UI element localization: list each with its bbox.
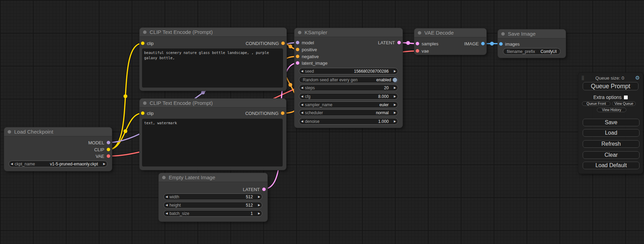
clip-slot-dot[interactable] (141, 111, 144, 115)
node-title-bar[interactable]: Empty Latent Image (159, 173, 267, 182)
node-title-bar[interactable]: CLIP Text Encode (Prompt) (140, 99, 286, 108)
node-empty-latent-image[interactable]: Empty Latent Image LATENT ◀ width 512 ▶ … (159, 173, 267, 222)
widget-random-seed-toggle[interactable]: Random seed after every gen enabled (299, 76, 398, 83)
widget-denoise[interactable]: ◀ denoise 1.000 ▶ (299, 118, 398, 125)
node-save-image[interactable]: Save Image images filename_prefix ComfyU… (498, 29, 566, 58)
queue-front-button[interactable]: Queue Front (582, 101, 610, 106)
decrement-arrow-icon[interactable]: ◀ (299, 70, 305, 73)
conditioning-slot-dot[interactable] (281, 42, 285, 45)
increment-arrow-icon[interactable]: ▶ (392, 95, 398, 98)
increment-arrow-icon[interactable]: ▶ (256, 195, 262, 198)
input-slot-images[interactable]: images (499, 41, 520, 47)
decrement-arrow-icon[interactable]: ◀ (299, 86, 305, 89)
input-slot-samples[interactable]: samples (416, 40, 438, 47)
node-clip-text-encode-positive[interactable]: CLIP Text Encode (Prompt) clip CONDITION… (140, 28, 286, 91)
input-slot-model[interactable]: model (296, 39, 314, 46)
widget-ckpt-name[interactable]: ◀ ckpt_name v1-5-pruned-emaonly.ckpt ▶ (9, 161, 107, 167)
input-slot-positive[interactable]: positive (296, 46, 317, 53)
link-midpoint-dot[interactable] (124, 129, 127, 133)
conditioning-slot-dot[interactable] (296, 55, 299, 58)
output-slot-clip[interactable]: CLIP (94, 146, 110, 153)
link-midpoint-dot[interactable] (289, 45, 292, 48)
increment-arrow-icon[interactable]: ▶ (102, 162, 107, 165)
widget-batch-size[interactable]: ◀ batch_size 1 ▶ (164, 210, 262, 217)
output-slot-latent[interactable]: LATENT (243, 186, 266, 192)
save-button[interactable]: Save (583, 119, 639, 126)
input-slot-clip[interactable]: clip (141, 110, 154, 116)
decrement-arrow-icon[interactable]: ◀ (299, 111, 305, 114)
refresh-button[interactable]: Refresh (583, 140, 639, 148)
clip-slot-dot[interactable] (141, 42, 144, 45)
widget-seed[interactable]: ◀ seed 156680208700286 ▶ (299, 68, 398, 74)
model-slot-dot[interactable] (107, 141, 110, 144)
node-title-bar[interactable]: Load Checkpoint (4, 127, 112, 136)
image-slot-dot[interactable] (481, 42, 485, 45)
node-title-bar[interactable]: KSampler (294, 28, 403, 37)
output-slot-conditioning[interactable]: CONDITIONING (246, 40, 285, 46)
queue-prompt-button[interactable]: Queue Prompt (583, 82, 638, 90)
widget-cfg[interactable]: ◀ cfg 8.000 ▶ (299, 93, 398, 100)
load-button[interactable]: Load (583, 129, 639, 137)
conditioning-slot-dot[interactable] (281, 111, 284, 115)
view-queue-button[interactable]: View Queue (612, 101, 636, 106)
input-slot-latent-image[interactable]: latent_image (296, 60, 327, 66)
link-midpoint-dot[interactable] (289, 83, 292, 87)
settings-gear-icon[interactable]: ⚙ (635, 75, 640, 81)
clip-slot-dot[interactable] (107, 148, 110, 151)
decrement-arrow-icon[interactable]: ◀ (299, 103, 305, 106)
increment-arrow-icon[interactable]: ▶ (392, 111, 398, 114)
input-slot-negative[interactable]: negative (296, 53, 319, 60)
node-ksampler[interactable]: KSampler model positive negative latent_… (294, 28, 403, 128)
node-clip-text-encode-negative[interactable]: CLIP Text Encode (Prompt) clip CONDITION… (140, 99, 286, 170)
collapse-dot-icon[interactable] (143, 101, 147, 105)
output-slot-image[interactable]: IMAGE (464, 40, 485, 47)
conditioning-slot-dot[interactable] (296, 48, 299, 51)
widget-filename-prefix[interactable]: filename_prefix ComfyUI (503, 48, 561, 55)
collapse-dot-icon[interactable] (162, 176, 166, 179)
decrement-arrow-icon[interactable]: ◀ (164, 204, 169, 207)
vae-slot-dot[interactable] (107, 154, 110, 158)
link-midpoint-dot[interactable] (201, 91, 205, 94)
output-slot-model[interactable]: MODEL (88, 139, 110, 146)
widget-scheduler[interactable]: ◀ scheduler normal ▶ (299, 109, 398, 116)
node-title-bar[interactable]: Save Image (498, 29, 566, 38)
load-default-button[interactable]: Load Default (583, 162, 639, 169)
model-slot-dot[interactable] (296, 41, 299, 44)
increment-arrow-icon[interactable]: ▶ (392, 86, 398, 89)
decrement-arrow-icon[interactable]: ◀ (299, 120, 305, 123)
node-title-bar[interactable]: VAE Decode (414, 28, 486, 37)
increment-arrow-icon[interactable]: ▶ (392, 103, 398, 106)
drag-handle-icon[interactable]: ⣿ (581, 75, 584, 80)
decrement-arrow-icon[interactable]: ◀ (299, 95, 305, 98)
decrement-arrow-icon[interactable]: ◀ (164, 212, 169, 215)
increment-arrow-icon[interactable]: ▶ (256, 212, 262, 215)
decrement-arrow-icon[interactable]: ◀ (9, 162, 15, 165)
clear-button[interactable]: Clear (583, 151, 639, 159)
collapse-dot-icon[interactable] (8, 130, 11, 134)
positive-prompt-textarea[interactable]: beautiful scenery nature glass bottle la… (142, 48, 283, 88)
collapse-dot-icon[interactable] (298, 31, 301, 34)
increment-arrow-icon[interactable]: ▶ (392, 120, 398, 123)
toggle-knob[interactable] (392, 78, 397, 82)
negative-prompt-textarea[interactable]: text, watermark (142, 119, 283, 166)
view-history-button[interactable]: View History (597, 108, 626, 112)
node-title-bar[interactable]: CLIP Text Encode (Prompt) (140, 28, 286, 37)
widget-sampler-name[interactable]: ◀ sampler_name euler ▶ (299, 101, 398, 108)
output-slot-conditioning[interactable]: CONDITIONING (245, 110, 284, 116)
decrement-arrow-icon[interactable]: ◀ (164, 195, 169, 198)
output-slot-latent[interactable]: LATENT (378, 39, 401, 46)
node-graph-canvas[interactable]: Load Checkpoint MODEL CLIP VAE ◀ ckpt_na… (0, 0, 644, 244)
increment-arrow-icon[interactable]: ▶ (392, 70, 398, 73)
increment-arrow-icon[interactable]: ▶ (256, 204, 262, 207)
node-load-checkpoint[interactable]: Load Checkpoint MODEL CLIP VAE ◀ ckpt_na… (4, 127, 112, 171)
link-midpoint-dot[interactable] (490, 42, 494, 46)
collapse-dot-icon[interactable] (501, 32, 505, 36)
vae-slot-dot[interactable] (416, 49, 419, 53)
image-slot-dot[interactable] (499, 42, 503, 46)
latent-slot-dot[interactable] (397, 41, 401, 44)
input-slot-clip[interactable]: clip (141, 40, 154, 46)
node-vae-decode[interactable]: VAE Decode samples vae IMAGE (414, 28, 486, 55)
latent-slot-dot[interactable] (416, 42, 419, 45)
output-slot-vae[interactable]: VAE (96, 153, 110, 159)
collapse-dot-icon[interactable] (418, 31, 421, 35)
